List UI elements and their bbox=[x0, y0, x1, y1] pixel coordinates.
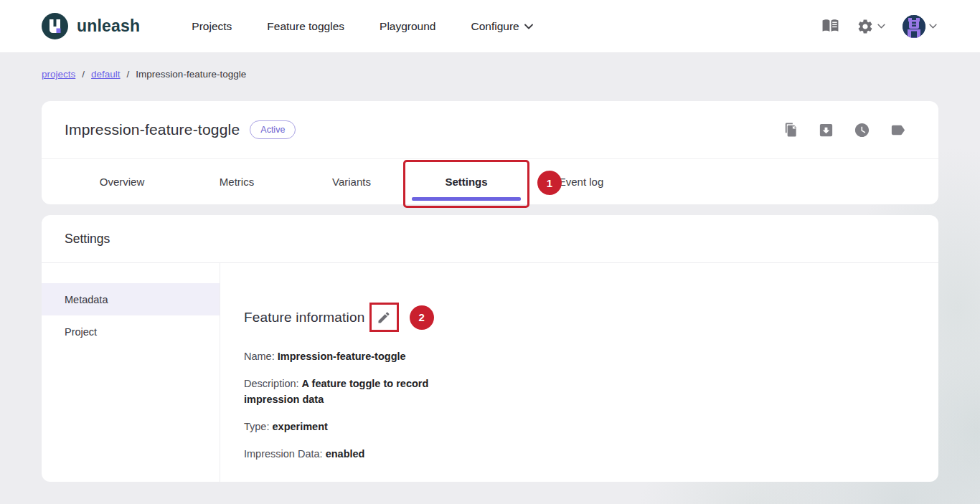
gear-menu-button[interactable] bbox=[857, 18, 885, 35]
pencil-icon bbox=[377, 310, 391, 325]
field-description: Description: A feature toggle to record … bbox=[244, 376, 477, 407]
sidebar-item-project[interactable]: Project bbox=[42, 315, 220, 348]
settings-card: Settings Metadata Project Feature inform… bbox=[42, 215, 938, 482]
breadcrumb-projects[interactable]: projects bbox=[42, 69, 75, 80]
breadcrumb: projects / default / Impression-feature-… bbox=[42, 69, 246, 80]
annotation-step-1: 1 bbox=[537, 171, 562, 195]
status-badge: Active bbox=[250, 120, 296, 139]
unleash-logo-icon bbox=[42, 13, 68, 39]
active-tab-indicator bbox=[412, 197, 521, 201]
nav-configure[interactable]: Configure bbox=[471, 20, 532, 33]
feature-tabs: Overview Metrics Variants Settings Event… bbox=[42, 159, 938, 204]
feature-action-buttons bbox=[782, 122, 906, 138]
annotation-step-2: 2 bbox=[410, 305, 434, 330]
tab-settings[interactable]: Settings bbox=[409, 159, 524, 204]
nav-playground[interactable]: Playground bbox=[380, 20, 435, 33]
user-avatar bbox=[903, 15, 925, 38]
section-title: Feature information bbox=[244, 310, 365, 325]
topbar-right-actions bbox=[821, 15, 937, 38]
field-name: Name: Impression-feature-toggle bbox=[244, 348, 477, 364]
archive-icon[interactable] bbox=[818, 122, 834, 138]
settings-content: Feature information 2 Name: Impression-f… bbox=[220, 263, 938, 482]
breadcrumb-default[interactable]: default bbox=[91, 69, 121, 80]
chevron-down-icon bbox=[929, 24, 937, 29]
docs-book-icon[interactable] bbox=[821, 19, 839, 34]
page-title: Impression-feature-toggle bbox=[65, 121, 240, 138]
sidebar-item-metadata[interactable]: Metadata bbox=[42, 283, 220, 315]
settings-sidebar: Metadata Project bbox=[42, 263, 220, 482]
feature-metadata-fields: Name: Impression-feature-toggle Descript… bbox=[244, 348, 477, 462]
field-type: Type: experiment bbox=[244, 419, 477, 434]
unleash-logo[interactable]: unleash bbox=[42, 13, 140, 39]
feature-information-header: Feature information 2 bbox=[244, 303, 938, 332]
main-nav: Projects Feature toggles Playground Conf… bbox=[192, 20, 532, 33]
unleash-logo-text: unleash bbox=[77, 16, 140, 36]
edit-button[interactable] bbox=[369, 303, 399, 332]
chevron-down-icon bbox=[524, 24, 533, 29]
breadcrumb-separator: / bbox=[127, 69, 130, 80]
copy-icon[interactable] bbox=[782, 122, 798, 138]
nav-feature-toggles[interactable]: Feature toggles bbox=[267, 20, 344, 33]
tab-metrics[interactable]: Metrics bbox=[179, 159, 294, 204]
settings-panel-title: Settings bbox=[42, 215, 938, 263]
breadcrumb-current: Impression-feature-toggle bbox=[136, 69, 246, 80]
history-clock-icon[interactable] bbox=[854, 122, 870, 138]
tab-variants[interactable]: Variants bbox=[294, 159, 409, 204]
feature-header-card: Impression-feature-toggle Active bbox=[42, 101, 938, 204]
settings-panel-body: Metadata Project Feature information 2 N… bbox=[42, 263, 938, 482]
top-navigation-bar: unleash Projects Feature toggles Playgro… bbox=[0, 0, 980, 53]
nav-projects[interactable]: Projects bbox=[192, 20, 232, 33]
tab-overview[interactable]: Overview bbox=[65, 159, 179, 204]
chevron-down-icon bbox=[877, 24, 885, 29]
user-menu-button[interactable] bbox=[903, 15, 937, 38]
breadcrumb-separator: / bbox=[82, 69, 85, 80]
feature-title-row: Impression-feature-toggle Active bbox=[42, 101, 938, 159]
field-impression-data: Impression Data: enabled bbox=[244, 446, 477, 462]
tag-icon[interactable] bbox=[890, 122, 906, 138]
gear-icon bbox=[857, 18, 874, 35]
